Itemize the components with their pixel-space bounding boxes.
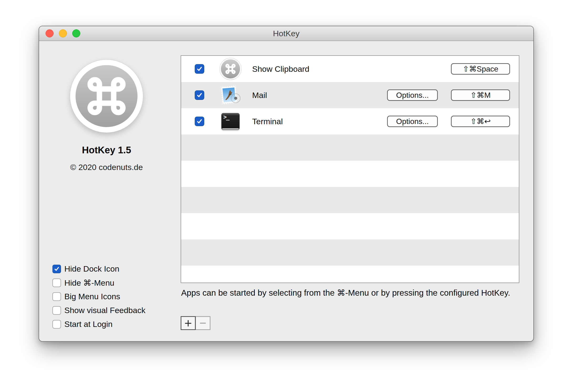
copyright: © 2020 codenuts.de [39,163,174,172]
options-button[interactable]: Options... [387,89,438,101]
options-button[interactable]: Options... [387,116,438,127]
setting-item[interactable]: Hide ⌘-Menu [52,278,145,288]
shortcut-button[interactable]: ⇧⌘M [451,89,510,101]
empty-row [181,134,519,161]
mail-app-icon [220,84,241,106]
setting-item[interactable]: Show visual Feedback [52,305,145,315]
hotkey-row[interactable]: >_TerminalOptions...⇧⌘↩ [181,108,519,134]
app-icon [70,60,143,132]
app-name: HotKey 1.5 [39,145,174,155]
hotkey-row[interactable]: Show Clipboard⇧⌘Space [181,56,519,82]
setting-label: Hide ⌘-Menu [64,278,114,288]
terminal-app-icon: >_ [222,113,239,130]
shortcut-button[interactable]: ⇧⌘Space [451,63,510,75]
setting-item[interactable]: Start at Login [52,319,145,329]
empty-row [181,187,519,213]
row-enabled-checkbox[interactable] [195,64,204,74]
checkbox-icon[interactable] [52,265,61,273]
setting-item[interactable]: Big Menu Icons [52,291,145,302]
caption: Apps can be started by selecting from th… [181,288,534,298]
checkbox-icon[interactable] [52,278,61,287]
hotkey-window: HotKey HotKey 1.5 © 2020 codenuts.de Hid… [39,26,534,342]
setting-label: Show visual Feedback [64,306,145,315]
command-icon [76,65,138,127]
setting-label: Hide Dock Icon [64,264,119,274]
titlebar[interactable]: HotKey [39,26,533,41]
empty-row [181,239,519,266]
app-name-label: Terminal [252,108,283,134]
empty-row [181,266,519,283]
settings-list: Hide Dock IconHide ⌘-MenuBig Menu IconsS… [52,264,145,329]
setting-item[interactable]: Hide Dock Icon [52,264,145,274]
hotkey-table: Show Clipboard⇧⌘SpaceMailOptions...⇧⌘M>_… [181,55,519,283]
app-name-label: Show Clipboard [252,56,309,82]
window-title: HotKey [39,26,533,41]
setting-label: Big Menu Icons [64,292,120,301]
app-name-label: Mail [252,82,267,108]
setting-label: Start at Login [64,320,112,329]
row-enabled-checkbox[interactable] [195,117,204,126]
checkbox-icon[interactable] [52,320,61,328]
terminal-prompt: >_ [223,114,229,120]
row-enabled-checkbox[interactable] [195,90,204,100]
remove-button[interactable]: − [195,316,210,330]
hotkey-row[interactable]: MailOptions...⇧⌘M [181,82,519,108]
checkbox-icon[interactable] [52,292,61,301]
empty-row [181,161,519,187]
add-button[interactable]: + [181,316,196,330]
add-remove-group: + − [181,316,210,330]
command-circle-icon [221,59,240,79]
shortcut-button[interactable]: ⇧⌘↩ [451,116,510,127]
empty-row [181,213,519,239]
checkbox-icon[interactable] [52,306,61,315]
